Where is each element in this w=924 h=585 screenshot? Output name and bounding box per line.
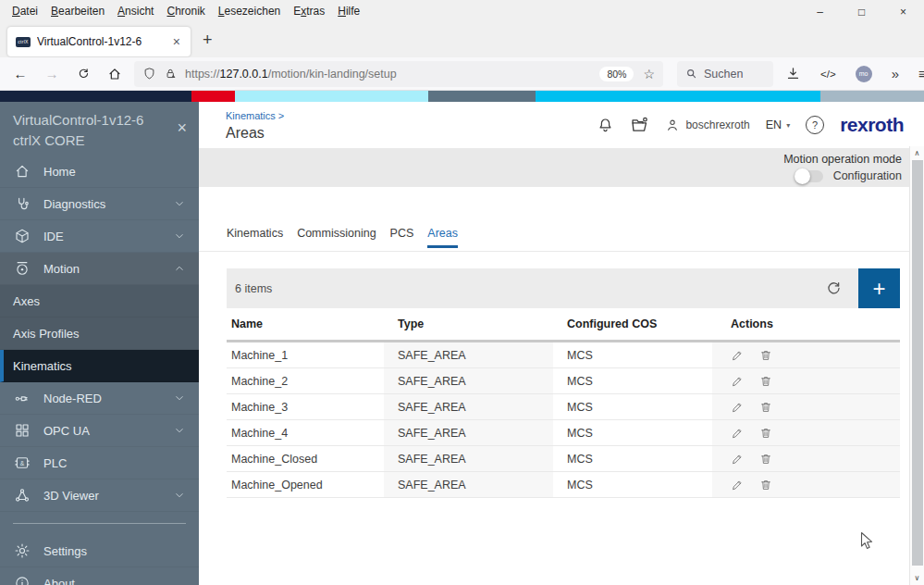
toggle-knob <box>795 168 810 184</box>
sidebar-item-kinematics[interactable]: Kinematics <box>0 350 199 382</box>
user-menu[interactable]: boschrexroth <box>665 118 749 132</box>
menu-chronik[interactable]: Chronik <box>160 3 211 19</box>
app-menu-icon[interactable]: ≡ <box>918 66 924 81</box>
edit-button[interactable] <box>731 427 744 440</box>
language-code: EN <box>766 118 782 131</box>
help-button[interactable]: ? <box>806 116 824 134</box>
forward-button[interactable]: → <box>36 66 68 81</box>
zoom-level-badge[interactable]: 80% <box>599 67 634 81</box>
breadcrumb[interactable]: Kinematics > <box>226 110 284 121</box>
sidebar-item-label: Axes <box>13 294 186 308</box>
menu-datei[interactable]: Datei <box>6 3 44 19</box>
sidebar-item-label: Motion <box>43 262 173 276</box>
cell-type: SAFE_AREA <box>384 472 553 497</box>
menu-bearbeiten[interactable]: Bearbeiten <box>44 3 111 19</box>
cell-type: SAFE_AREA <box>384 394 553 419</box>
cell-name: Machine_Opened <box>227 472 384 497</box>
edit-button[interactable] <box>731 375 744 388</box>
menu-lesezeichen[interactable]: Lesezeichen <box>212 3 287 19</box>
items-count: 6 items <box>235 282 272 295</box>
username: boschrexroth <box>685 118 749 131</box>
shield-icon[interactable] <box>142 67 156 81</box>
account-avatar[interactable]: mo <box>856 66 872 82</box>
back-button[interactable]: ← <box>5 66 36 81</box>
sidebar-header: VirtualControl-1v12-6 ctrlX CORE × <box>0 102 199 156</box>
tab-title: VirtualControl-1v12-6 <box>37 35 171 48</box>
cell-configured-cos: MCS <box>553 420 712 445</box>
header-actions: boschrexroth EN ▾ ? rexroth <box>597 102 904 148</box>
cell-name: Machine_3 <box>227 394 384 419</box>
notifications-bell-icon[interactable] <box>597 117 614 134</box>
devtools-icon[interactable]: </> <box>820 68 836 80</box>
home-button[interactable] <box>99 67 130 81</box>
tab-commissioning[interactable]: Commissioning <box>297 227 376 248</box>
browser-tab[interactable]: ctrlX VirtualControl-1v12-6 × <box>7 27 191 56</box>
search-icon <box>685 68 697 80</box>
tab-areas[interactable]: Areas <box>427 227 458 248</box>
edit-button[interactable] <box>731 349 744 362</box>
menu-extras[interactable]: Extras <box>287 3 331 19</box>
menu-hilfe[interactable]: Hilfe <box>331 3 366 19</box>
sidebar-item-ide[interactable]: IDE <box>0 220 199 253</box>
table-row: Machine_4SAFE_AREAMCS <box>227 420 900 446</box>
app-overview-folder-icon[interactable] <box>630 116 649 135</box>
sidebar-item-opc-ua[interactable]: OPC UA <box>0 415 199 447</box>
scrollbar-thumb[interactable] <box>912 160 923 566</box>
edit-button[interactable] <box>731 479 744 492</box>
overflow-menu-icon[interactable]: » <box>892 66 899 81</box>
page-scrollbar[interactable]: ∧ ∨ <box>909 146 924 585</box>
mode-toggle[interactable] <box>795 170 823 182</box>
edit-button[interactable] <box>731 453 744 466</box>
delete-button[interactable] <box>759 349 772 362</box>
add-area-button[interactable]: + <box>858 268 900 308</box>
cell-configured-cos: MCS <box>553 472 712 497</box>
new-tab-button[interactable]: + <box>203 31 213 50</box>
tab-pcs[interactable]: PCS <box>390 227 414 248</box>
search-bar[interactable]: Suchen <box>677 61 773 87</box>
delete-button[interactable] <box>759 401 772 414</box>
scroll-down-icon[interactable]: ∨ <box>910 574 924 582</box>
edit-button[interactable] <box>731 401 744 414</box>
delete-button[interactable] <box>759 375 772 388</box>
address-bar[interactable]: https://127.0.0.1/motion/kin-landing/set… <box>134 61 663 87</box>
menu-ansicht[interactable]: Ansicht <box>111 3 160 19</box>
tab-close-icon[interactable]: × <box>171 34 182 49</box>
sidebar-item-plc[interactable]: &PLC <box>0 447 199 479</box>
menu-bar-items: DateiBearbeitenAnsichtChronikLesezeichen… <box>6 3 366 19</box>
minimize-button[interactable]: – <box>799 0 841 23</box>
downloads-icon[interactable] <box>785 66 801 81</box>
row-actions <box>712 394 900 419</box>
sidebar-item-diagnostics[interactable]: Diagnostics <box>0 188 199 220</box>
delete-button[interactable] <box>759 479 772 492</box>
delete-button[interactable] <box>759 453 772 466</box>
tab-bar: ctrlX VirtualControl-1v12-6 × + <box>0 22 924 57</box>
refresh-button[interactable] <box>825 280 843 297</box>
page-header: Kinematics > Areas boschrexroth EN ▾ ? r… <box>199 102 924 148</box>
toolbar-icons: </> mo » ≡ <box>785 66 924 82</box>
chevron-down-icon <box>173 424 186 437</box>
sidebar-item-home[interactable]: Home <box>0 156 199 188</box>
sidebar-item-axes[interactable]: Axes <box>0 285 199 317</box>
tab-kinematics[interactable]: Kinematics <box>227 227 283 248</box>
sidebar-item-motion[interactable]: Motion <box>0 253 199 285</box>
maximize-button[interactable]: □ <box>841 0 882 23</box>
delete-button[interactable] <box>759 427 772 440</box>
sidebar-close-icon[interactable]: × <box>177 118 187 138</box>
sidebar-item-3d-viewer[interactable]: 3D Viewer <box>0 479 199 512</box>
lock-warning-icon[interactable] <box>164 67 178 81</box>
tab-strip: KinematicsCommissioningPCSAreas <box>227 227 458 248</box>
bookmark-star-icon[interactable]: ☆ <box>643 67 655 81</box>
sidebar-item-settings[interactable]: Settings <box>0 535 199 567</box>
sidebar-item-axis-profiles[interactable]: Axis Profiles <box>0 317 199 350</box>
scroll-up-icon[interactable]: ∧ <box>910 149 924 157</box>
close-button[interactable]: × <box>882 0 924 23</box>
language-selector[interactable]: EN ▾ <box>766 118 790 131</box>
mode-banner: Motion operation mode Configuration <box>199 148 909 187</box>
row-actions <box>712 420 900 445</box>
table-body: Machine_1SAFE_AREAMCSMachine_2SAFE_AREAM… <box>227 342 900 498</box>
reload-button[interactable] <box>68 67 99 81</box>
url-text[interactable]: https://127.0.0.1/motion/kin-landing/set… <box>185 68 599 81</box>
sidebar-item-about[interactable]: About <box>0 567 199 585</box>
reload-icon <box>77 67 91 81</box>
sidebar-item-node-red[interactable]: Node-RED <box>0 382 199 415</box>
